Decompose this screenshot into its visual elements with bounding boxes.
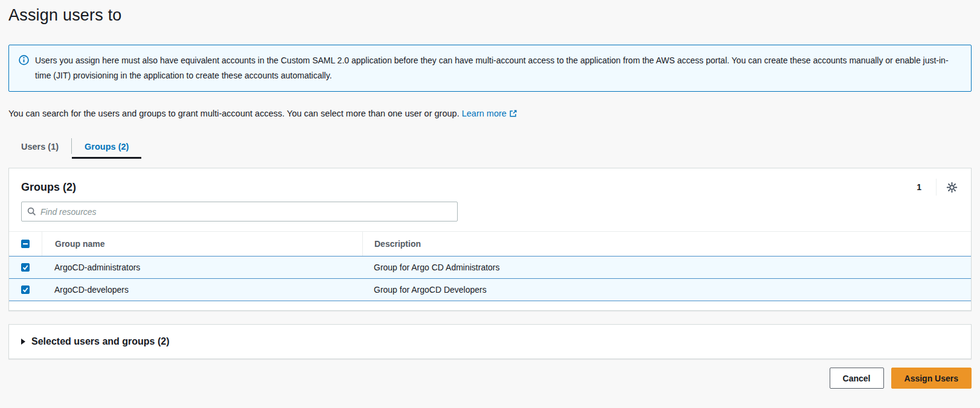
table-tools: 1: [911, 179, 959, 196]
intro-text-content: You can search for the users and groups …: [8, 109, 460, 118]
tools-divider: [936, 179, 937, 196]
selected-users-groups-expander[interactable]: Selected users and groups (2): [8, 324, 972, 359]
groups-panel-title: Groups (2): [21, 181, 76, 194]
expander-label: Selected users and groups (2): [31, 336, 170, 347]
header-checkbox-cell: [9, 232, 42, 256]
tab-users[interactable]: Users (1): [8, 136, 71, 159]
group-description: Group for Argo CD Administrators: [362, 263, 971, 272]
footer-actions: Cancel Assign Users: [8, 368, 972, 389]
groups-panel: Groups (2) 1: [8, 168, 972, 311]
tabs-bar: Users (1) Groups (2): [8, 136, 972, 159]
check-mark-icon: [22, 287, 28, 293]
search-box[interactable]: [21, 202, 458, 222]
group-name: ArgoCD-developers: [42, 285, 362, 295]
indeterminate-mark-icon: [22, 241, 28, 247]
info-banner: Users you assign here must also have equ…: [8, 45, 972, 92]
search-icon: [27, 207, 36, 216]
learn-more-link[interactable]: Learn more: [462, 109, 517, 118]
table-header-row: Group name Description: [9, 231, 971, 256]
assign-users-page: Assign users to Users you assign here mu…: [0, 0, 980, 389]
row-checkbox-cell: [9, 263, 42, 272]
pagination-current-page[interactable]: 1: [911, 180, 927, 194]
row-checkbox[interactable]: [21, 285, 30, 294]
search-row: [9, 202, 971, 231]
table-row[interactable]: ArgoCD-developers Group for ArgoCD Devel…: [9, 278, 971, 301]
row-checkbox[interactable]: [21, 263, 30, 272]
row-checkbox-cell: [9, 285, 42, 294]
tab-groups[interactable]: Groups (2): [72, 136, 141, 159]
cancel-button[interactable]: Cancel: [830, 368, 884, 389]
gear-icon: [946, 182, 958, 193]
info-banner-text: Users you assign here must also have equ…: [35, 53, 961, 83]
groups-panel-header: Groups (2) 1: [9, 168, 971, 202]
external-link-icon: [509, 109, 517, 118]
expander-caret-icon: [21, 339, 25, 345]
learn-more-label: Learn more: [462, 109, 507, 118]
settings-gear-button[interactable]: [945, 180, 959, 194]
intro-text: You can search for the users and groups …: [8, 109, 972, 118]
assign-users-button[interactable]: Assign Users: [891, 368, 972, 389]
column-header-group-name[interactable]: Group name: [42, 232, 362, 256]
group-name: ArgoCD-administrators: [42, 263, 362, 272]
info-icon: [19, 55, 29, 70]
column-header-description[interactable]: Description: [362, 232, 971, 256]
select-all-checkbox[interactable]: [21, 240, 30, 248]
table-bottom-padding: [9, 301, 971, 310]
page-title: Assign users to: [8, 0, 972, 25]
check-mark-icon: [22, 264, 28, 270]
group-description: Group for ArgoCD Developers: [362, 285, 971, 295]
find-resources-input[interactable]: [40, 207, 452, 217]
table-row[interactable]: ArgoCD-administrators Group for Argo CD …: [9, 256, 971, 279]
